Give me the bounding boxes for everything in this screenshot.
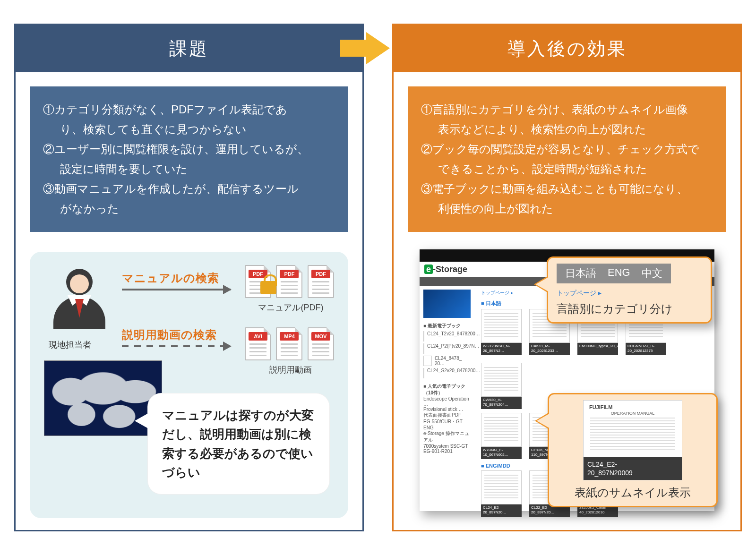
challenge-3: ③動画マニュアルを作成したが、配信するツール xyxy=(43,179,335,199)
transition-arrow-icon xyxy=(366,32,390,64)
sidebar-item: CL24_8478_ 20… xyxy=(423,356,472,366)
thumbnail-caption: CL24_E2- 20_897N20009 xyxy=(584,457,682,480)
thumb-card: WG123NSC_N-20_897N2… xyxy=(481,309,522,355)
callout1-text: 言語別にカテゴリ分け xyxy=(557,301,702,316)
video-search-row: 説明用動画の検索 xyxy=(122,327,231,360)
speech-bubble: マニュアルは探すのが大変だし、説明用動画は別に検索する必要があるので使いづらい xyxy=(148,393,329,494)
video-search-label: 説明用動画の検索 xyxy=(122,327,231,342)
sidebar-item: CL24_T2v20_8478200… xyxy=(423,331,472,342)
app-sidebar: ■ 最新電子ブック CL24_T2v20_8478200… CL24_P2(P)… xyxy=(420,286,476,519)
tab-zh: 中文 xyxy=(642,266,662,281)
illustration-area: 現地担当者 マニュアルの検索 説明用動画の検索 PDF PDF PDF マニュア… xyxy=(30,252,348,518)
arrow-solid-icon xyxy=(122,289,231,290)
sidebar-cover xyxy=(423,290,471,318)
video-file-icon: AVI xyxy=(245,327,271,360)
effects-title: 導入後の効果 xyxy=(394,25,740,72)
challenge-2: ②ユーザー別に閲覧権限を設け、運用しているが、 xyxy=(43,139,335,159)
sidebar-item: CL24_P2(P)v20_897N… xyxy=(423,343,472,354)
video-file-icon: MP4 xyxy=(276,327,302,360)
manual-search-row: マニュアルの検索 xyxy=(122,271,231,304)
person-icon xyxy=(49,266,110,337)
tab-jp: 日本語 xyxy=(565,266,596,281)
callout2-text: 表紙のサムネイル表示 xyxy=(558,485,708,500)
tab-eng: ENG xyxy=(608,266,630,281)
video-file-group: AVI MP4 MOV 説明用動画 xyxy=(245,327,337,376)
challenge-1: ①カテゴリ分類がなく、PDFファイル表記であ xyxy=(43,100,335,120)
lock-icon xyxy=(260,281,276,294)
effect-1: ①言語別にカテゴリを分け、表紙のサムネイル画像 xyxy=(421,100,713,120)
pdf-file-icon: PDF xyxy=(276,265,302,298)
callout-language-category: 日本語 ENG 中文 トップページ ▸ 言語別にカテゴリ分け xyxy=(547,256,712,324)
challenges-title: 課題 xyxy=(16,25,362,72)
callout-crumb: トップページ ▸ xyxy=(557,289,702,298)
challenges-panel: 課題 ①カテゴリ分類がなく、PDFファイル表記であ り、検索しても直ぐに見つから… xyxy=(14,24,364,531)
sidebar-item: CL24_S2v20_8478200… xyxy=(423,368,472,378)
video-file-icon: MOV xyxy=(308,327,334,360)
effects-panel: 導入後の効果 ①言語別にカテゴリを分け、表紙のサムネイル画像 表示などにより、検… xyxy=(392,24,742,531)
video-caption: 説明用動画 xyxy=(245,364,337,376)
pdf-file-group: PDF PDF PDF マニュアル(PDF) xyxy=(245,265,337,313)
language-tabs: 日本語 ENG 中文 xyxy=(557,264,671,283)
arrow-dashed-icon xyxy=(122,345,231,347)
manual-search-label: マニュアルの検索 xyxy=(122,271,231,286)
effects-points: ①言語別にカテゴリを分け、表紙のサムネイル画像 表示などにより、検索性の向上が図… xyxy=(408,86,726,232)
pdf-file-icon: PDF xyxy=(308,265,334,298)
thumbnail-preview: FUJIFILM OPERATION MANUAL CL24_E2- 20_89… xyxy=(583,400,682,480)
pdf-caption: マニュアル(PDF) xyxy=(245,302,337,313)
effect-3: ③電子ブックに動画を組み込むことも可能になり、 xyxy=(421,179,713,199)
callout-thumbnail: FUJIFILM OPERATION MANUAL CL24_E2- 20_89… xyxy=(548,393,718,507)
effect-2: ②ブック毎の閲覧設定が容易となり、チェック方式で xyxy=(421,139,713,159)
challenges-points: ①カテゴリ分類がなく、PDFファイル表記であ り、検索しても直ぐに見つからない … xyxy=(30,86,348,232)
person-label: 現地担当者 xyxy=(49,339,91,350)
